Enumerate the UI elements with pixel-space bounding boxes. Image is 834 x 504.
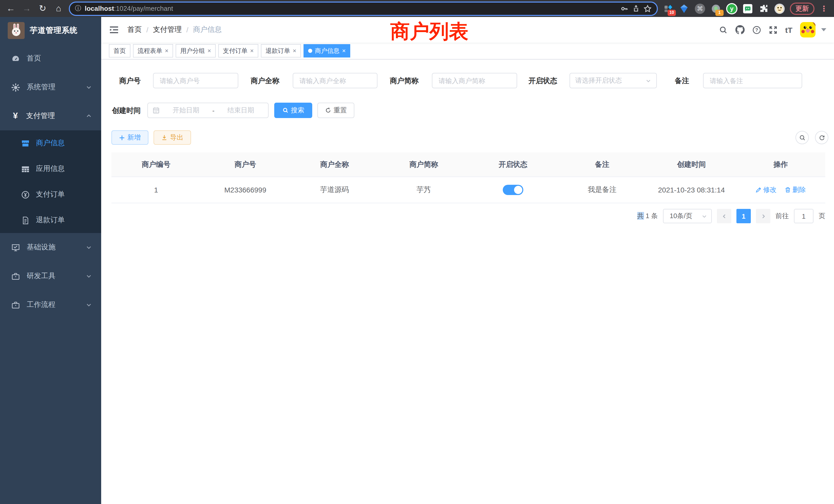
sidebar-item-payment[interactable]: ¥ 支付管理 — [0, 101, 101, 130]
profile-emoji-icon[interactable] — [774, 3, 785, 14]
chevron-down-icon — [86, 84, 92, 90]
col-short-name: 商户简称 — [379, 153, 468, 177]
address-bar[interactable]: ⓘ localhost:1024/pay/merchant — [69, 1, 658, 16]
sidebar-item-refund-order[interactable]: 退款订单 — [0, 207, 101, 233]
font-size-icon[interactable]: tT — [785, 25, 792, 34]
sidebar-item-merchant-info[interactable]: 商户信息 — [0, 130, 101, 156]
breadcrumb-home[interactable]: 首页 — [127, 25, 142, 35]
fullscreen-icon[interactable] — [769, 25, 777, 34]
sidebar-item-label: 工作流程 — [27, 300, 56, 310]
page-size-select[interactable]: 10条/页 — [663, 209, 712, 223]
extension-command-icon[interactable]: ⌘ — [694, 3, 706, 14]
extension-kite-icon[interactable] — [678, 3, 690, 14]
sidebar-item-pay-order[interactable]: 支付订单 — [0, 182, 101, 207]
search-icon[interactable] — [719, 25, 728, 34]
screen: ← → ↻ ⌂ ⓘ localhost:1024/pay/merchant 10 — [0, 0, 834, 504]
sidebar-collapse-icon[interactable] — [109, 25, 119, 35]
sidebar-item-workflow[interactable]: 工作流程 — [0, 291, 101, 319]
col-remark: 备注 — [558, 153, 647, 177]
next-page-button[interactable] — [756, 209, 770, 223]
grid-icon — [21, 164, 30, 173]
reset-button[interactable]: 重置 — [317, 102, 354, 118]
browser-home-icon[interactable]: ⌂ — [53, 3, 64, 14]
browser-reload-icon[interactable]: ↻ — [37, 3, 48, 14]
site-info-icon[interactable]: ⓘ — [75, 4, 81, 13]
create-time-range-picker[interactable]: 开始日期 - 结束日期 — [147, 102, 269, 118]
chevron-down-icon — [86, 244, 92, 250]
pagination: 共 1 条 10条/页 1 前往 页 — [637, 209, 825, 223]
extension-devtools-icon[interactable]: 10 — [662, 3, 674, 14]
browser-menu-icon[interactable]: ⋮ — [819, 4, 829, 13]
close-icon[interactable]: × — [165, 47, 169, 54]
user-avatar[interactable] — [800, 22, 815, 38]
export-button[interactable]: 导出 — [154, 130, 191, 145]
page-1-button[interactable]: 1 — [737, 209, 751, 223]
status-select[interactable]: 请选择开启状态 — [570, 73, 657, 88]
sidebar-item-dev-tools[interactable]: 研发工具 — [0, 262, 101, 291]
top-navbar: 首页 / 支付管理 / 商户信息 ? tT — [101, 17, 834, 43]
sidebar-item-infrastructure[interactable]: 基础设施 — [0, 233, 101, 262]
svg-text:y: y — [730, 5, 733, 12]
total-label: 共 1 条 — [637, 211, 658, 221]
close-icon[interactable]: × — [342, 47, 346, 54]
end-date-placeholder: 结束日期 — [218, 106, 263, 115]
yuan-circle-icon — [21, 190, 30, 199]
browser-update-button[interactable]: 更新 — [790, 2, 814, 15]
goto-suffix: 页 — [818, 211, 825, 221]
sidebar-item-app-info[interactable]: 应用信息 — [0, 156, 101, 182]
browser-back-icon[interactable]: ← — [5, 3, 17, 14]
remark-label: 备注 — [675, 73, 689, 88]
col-create-time: 创建时间 — [647, 153, 736, 177]
create-time-label: 创建时间 — [111, 102, 141, 118]
sidebar-item-home[interactable]: 首页 — [0, 44, 101, 73]
help-icon[interactable]: ? — [752, 25, 761, 34]
cell-full-name: 芋道源码 — [290, 177, 379, 203]
sidebar-item-label: 基础设施 — [27, 243, 56, 252]
tab-user-group[interactable]: 用户分组× — [176, 44, 216, 58]
document-icon — [21, 216, 30, 225]
prev-page-button[interactable] — [717, 209, 731, 223]
extension-yudao-icon[interactable]: y — [726, 3, 738, 14]
browser-forward-icon[interactable]: → — [21, 3, 32, 14]
goto-page-input[interactable] — [794, 209, 813, 223]
share-icon[interactable] — [632, 5, 640, 12]
sidebar-logo-row[interactable]: 芋道管理系统 — [0, 17, 101, 44]
close-icon[interactable]: × — [207, 47, 211, 54]
tab-process-form[interactable]: 流程表单× — [133, 44, 173, 58]
short-name-input[interactable] — [432, 73, 517, 88]
toggle-search-button[interactable] — [795, 131, 809, 144]
search-button[interactable]: 搜索 — [274, 102, 312, 118]
delete-link[interactable]: 删除 — [785, 185, 806, 194]
tab-pay-order[interactable]: 支付订单× — [218, 44, 258, 58]
password-key-icon[interactable] — [620, 4, 629, 13]
breadcrumb-payment[interactable]: 支付管理 — [153, 25, 182, 35]
extensions-puzzle-icon[interactable] — [758, 3, 769, 14]
extension-session-icon[interactable]: 1 — [710, 3, 722, 14]
gear-icon — [11, 83, 20, 92]
close-icon[interactable]: × — [250, 47, 254, 54]
bookmark-star-icon[interactable] — [643, 4, 652, 13]
date-range-separator: - — [212, 107, 215, 114]
chevron-down-icon — [702, 213, 707, 219]
edit-link[interactable]: 修改 — [755, 185, 776, 194]
avatar-caret-icon[interactable] — [821, 28, 826, 31]
full-name-input[interactable] — [293, 73, 377, 88]
status-label: 开启状态 — [521, 73, 557, 88]
extension-chat-icon[interactable] — [742, 3, 753, 14]
close-icon[interactable]: × — [293, 47, 296, 54]
add-button[interactable]: 新增 — [111, 130, 148, 145]
refresh-icon — [325, 107, 331, 113]
refresh-table-button[interactable] — [815, 131, 828, 144]
remark-input[interactable] — [703, 73, 802, 88]
tab-merchant-info[interactable]: 商户信息× — [304, 44, 350, 58]
tab-refund-order[interactable]: 退款订单× — [261, 44, 301, 58]
col-merchant-no: 商户号 — [201, 153, 290, 177]
briefcase-icon — [11, 300, 20, 309]
sidebar-item-system[interactable]: 系统管理 — [0, 73, 101, 101]
status-toggle-on[interactable] — [503, 185, 523, 195]
merchant-no-input[interactable] — [153, 73, 238, 88]
tab-home[interactable]: 首页 — [109, 44, 130, 58]
sidebar-item-label: 商户信息 — [36, 139, 65, 148]
col-actions: 操作 — [736, 153, 826, 177]
github-icon[interactable] — [736, 25, 745, 35]
